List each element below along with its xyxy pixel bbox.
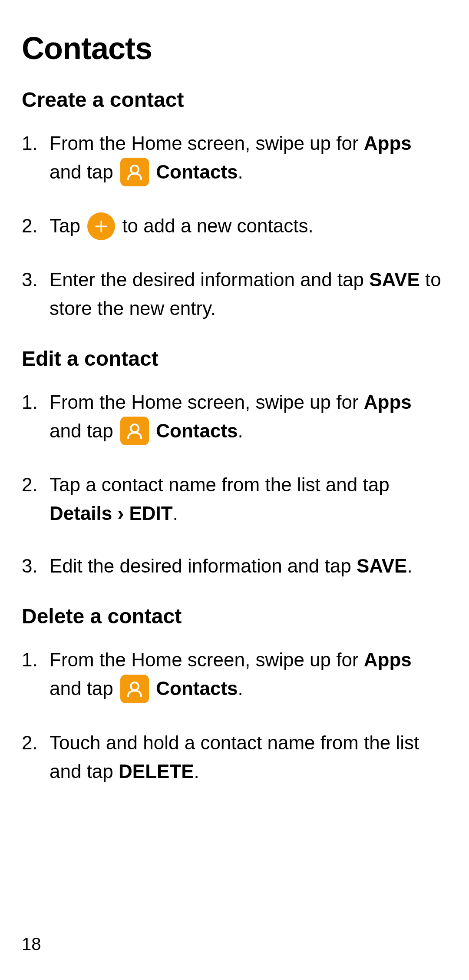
step-text: . xyxy=(238,161,243,182)
manual-page: Contacts Create a contact From the Home … xyxy=(0,0,469,980)
step-item: From the Home screen, swipe up for Apps … xyxy=(22,129,447,188)
step-item: Enter the desired information and tap SA… xyxy=(22,265,447,323)
steps-edit: From the Home screen, swipe up for Apps … xyxy=(22,388,447,580)
label-delete: DELETE xyxy=(119,761,194,782)
step-text: From the Home screen, swipe up for xyxy=(50,649,364,670)
label-apps: Apps xyxy=(364,649,412,670)
step-text: . xyxy=(238,678,243,699)
steps-create: From the Home screen, swipe up for Apps … xyxy=(22,129,447,323)
step-text: From the Home screen, swipe up for xyxy=(50,391,364,413)
step-text: . xyxy=(173,503,178,524)
contacts-icon xyxy=(120,675,149,703)
section-heading-create: Create a contact xyxy=(22,88,447,112)
step-text: and tap xyxy=(50,678,119,699)
svg-point-3 xyxy=(131,424,139,432)
label-edit: EDIT xyxy=(129,503,172,524)
svg-point-4 xyxy=(131,682,139,690)
label-details: Details xyxy=(50,503,112,524)
step-text: . xyxy=(238,420,243,441)
label-save: SAVE xyxy=(369,269,420,290)
step-text: . xyxy=(407,555,412,576)
contacts-icon xyxy=(120,417,149,445)
contacts-icon xyxy=(120,158,149,186)
step-item: Tap a contact name from the list and tap… xyxy=(22,470,447,528)
label-contacts: Contacts xyxy=(151,161,238,182)
step-text: to add a new contacts. xyxy=(117,215,314,236)
label-apps: Apps xyxy=(364,391,412,413)
page-title: Contacts xyxy=(22,30,447,66)
step-text: Tap a contact name from the list and tap xyxy=(50,474,390,495)
section-heading-edit: Edit a contact xyxy=(22,347,447,371)
step-item: Edit the desired information and tap SAV… xyxy=(22,552,447,580)
step-text: Enter the desired information and tap xyxy=(50,269,369,290)
step-text: Tap xyxy=(50,215,86,236)
step-text: and tap xyxy=(50,161,119,182)
label-apps: Apps xyxy=(364,132,412,154)
separator: › xyxy=(112,503,129,524)
step-item: Tap to add a new contacts. xyxy=(22,212,447,241)
label-save: SAVE xyxy=(357,555,407,576)
step-text: and tap xyxy=(50,420,119,441)
step-item: From the Home screen, swipe up for Apps … xyxy=(22,388,447,447)
add-icon xyxy=(87,212,115,240)
step-text: From the Home screen, swipe up for xyxy=(50,132,364,154)
page-number: 18 xyxy=(22,934,41,954)
label-contacts: Contacts xyxy=(151,678,238,699)
svg-point-0 xyxy=(131,166,139,173)
steps-delete: From the Home screen, swipe up for Apps … xyxy=(22,646,447,785)
section-heading-delete: Delete a contact xyxy=(22,604,447,628)
step-text: Edit the desired information and tap xyxy=(50,555,357,576)
step-text: Touch and hold a contact name from the l… xyxy=(50,732,419,782)
step-text: . xyxy=(194,761,199,782)
label-contacts: Contacts xyxy=(151,420,238,441)
step-item: From the Home screen, swipe up for Apps … xyxy=(22,646,447,704)
step-item: Touch and hold a contact name from the l… xyxy=(22,728,447,786)
